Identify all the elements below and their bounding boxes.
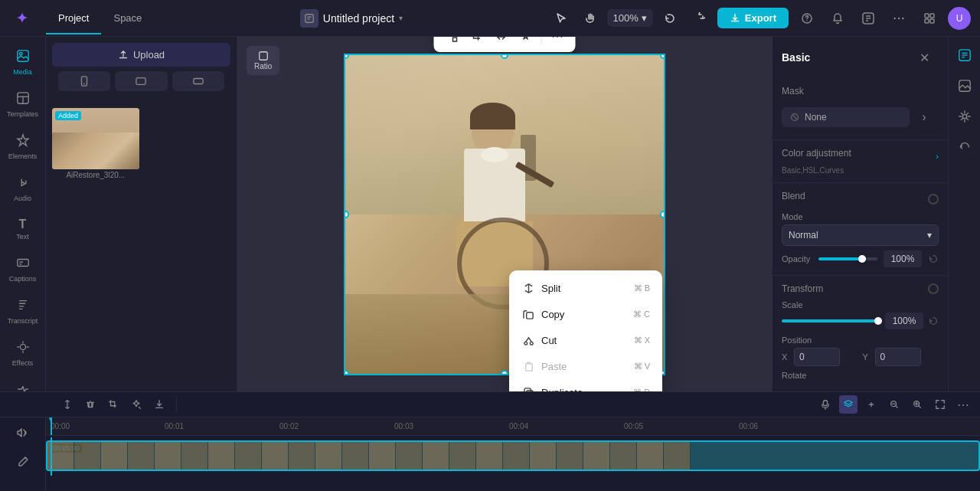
context-menu-item-paste[interactable]: Paste ⌘ V xyxy=(514,353,658,379)
upload-button[interactable]: Upload xyxy=(52,43,230,67)
timeline-ruler: 00:00 00:01 00:02 00:03 00:04 00:05 00:0… xyxy=(46,417,980,436)
timeline-crop-button[interactable] xyxy=(104,395,122,414)
pos-x-label: X xyxy=(782,352,791,362)
timeline-main: 00:00 00:01 00:02 00:03 00:04 00:05 00:0… xyxy=(46,417,980,491)
opacity-reset-icon[interactable] xyxy=(928,254,939,264)
timeline-layers-button[interactable] xyxy=(839,395,858,414)
mask-value-button[interactable]: None xyxy=(782,107,910,127)
timeline-delete-button[interactable] xyxy=(81,395,100,414)
sidebar-label-text: Text xyxy=(16,233,29,241)
timeline-clip[interactable]: 00:05:00 xyxy=(46,440,980,471)
opacity-value[interactable]: 100% xyxy=(884,250,922,267)
tab-project[interactable]: Project xyxy=(46,8,101,28)
avatar[interactable]: U xyxy=(948,7,971,30)
share-button[interactable] xyxy=(856,6,880,31)
time-mark-2: 00:02 xyxy=(279,422,299,430)
basic-panel-icon[interactable] xyxy=(952,43,977,67)
context-menu-item-duplicate[interactable]: Duplicate ⌘ D xyxy=(514,379,658,391)
paste-label: Paste xyxy=(541,361,567,372)
fit-button[interactable] xyxy=(442,37,463,47)
more-canvas-button[interactable]: ⋯ xyxy=(547,37,568,47)
sidebar-label-transcript: Transcript xyxy=(8,317,38,325)
transform-header: Transform xyxy=(782,283,939,294)
pencil-button[interactable] xyxy=(11,450,35,474)
zoom-control[interactable]: 100% ▾ xyxy=(607,9,653,27)
project-name: Untitled project xyxy=(323,12,394,25)
sidebar-item-audio[interactable]: Audio xyxy=(3,169,43,208)
pos-y-input[interactable] xyxy=(875,348,921,366)
cursor-tool[interactable] xyxy=(549,6,573,31)
timeline-merge-button[interactable] xyxy=(862,395,880,414)
close-panel-button[interactable]: ✕ xyxy=(913,46,936,69)
context-menu-item-split[interactable]: Split ⌘ B xyxy=(514,275,658,301)
layout-button[interactable] xyxy=(917,6,942,31)
mask-row: None › xyxy=(782,103,939,132)
timeline-zoom-out-button[interactable] xyxy=(885,395,903,414)
opacity-slider[interactable] xyxy=(818,257,877,260)
mask-value: None xyxy=(805,112,827,123)
redo-button[interactable] xyxy=(687,6,711,31)
blend-toggle[interactable] xyxy=(928,194,939,205)
export-button[interactable]: Export xyxy=(717,8,789,28)
list-item[interactable]: Added AiRestore_3l20... xyxy=(52,108,139,181)
sidebar-item-transcript[interactable]: Transcript xyxy=(3,292,43,331)
time-mark-4: 00:04 xyxy=(509,422,528,430)
media-item-aiclip[interactable]: Added xyxy=(52,108,139,169)
sidebar-item-media[interactable]: Media xyxy=(3,43,43,82)
resize-handle-rm[interactable] xyxy=(660,211,665,218)
more-options-button[interactable]: ⋯ xyxy=(887,6,911,31)
scale-slider[interactable] xyxy=(782,319,880,322)
blend-mode-select[interactable]: Normal ▾ xyxy=(782,224,939,246)
project-name-area[interactable]: Untitled project ▾ xyxy=(300,9,403,28)
hand-tool[interactable] xyxy=(578,6,603,31)
tab-space[interactable]: Space xyxy=(101,8,154,28)
color-adj-link[interactable]: › xyxy=(936,152,939,161)
notifications-button[interactable] xyxy=(825,6,850,31)
resize-handle-tr[interactable] xyxy=(660,54,665,59)
sidebar-item-templates[interactable]: Templates xyxy=(3,85,43,124)
sidebar-item-elements[interactable]: Elements xyxy=(3,127,43,166)
help-button[interactable] xyxy=(795,6,819,31)
topbar-center: Untitled project ▾ xyxy=(160,9,542,28)
transform-toggle[interactable] xyxy=(928,283,939,294)
pos-x-field: X xyxy=(782,348,858,366)
svg-rect-31 xyxy=(194,79,203,84)
svg-rect-10 xyxy=(930,14,934,18)
scale-value[interactable]: 100% xyxy=(885,313,923,329)
ratio-button[interactable]: Ratio xyxy=(247,46,279,75)
timeline-zoom-in-button[interactable] xyxy=(908,395,926,414)
timeline-fullscreen-button[interactable] xyxy=(931,395,949,414)
topbar-right: Export ⋯ U xyxy=(717,6,971,31)
sidebar-item-effects[interactable]: Effects xyxy=(3,334,43,373)
sidebar-item-text[interactable]: T Text xyxy=(3,211,43,247)
split-shortcut: ⌘ B xyxy=(634,283,650,293)
timeline-more-button[interactable]: ⋯ xyxy=(954,395,972,414)
effects-canvas-button[interactable] xyxy=(515,37,537,47)
background-panel-icon[interactable] xyxy=(952,74,977,98)
context-menu-item-cut[interactable]: Cut ⌘ X xyxy=(514,327,658,353)
timeline-split-button[interactable] xyxy=(58,395,77,414)
smart-tools-icon[interactable] xyxy=(952,104,977,129)
color-adj-title: Color adjustment xyxy=(782,148,851,159)
timeline-wand-button[interactable] xyxy=(127,395,145,414)
transform-section: Transform Scale 100% Position X xyxy=(773,276,948,388)
widescreen-tab[interactable] xyxy=(172,71,224,91)
mask-expand-button[interactable]: › xyxy=(913,106,936,129)
volume-button[interactable] xyxy=(11,421,35,445)
timeline-mic-button[interactable] xyxy=(816,395,835,414)
undo-button[interactable] xyxy=(658,6,682,31)
pos-x-input[interactable] xyxy=(794,348,840,366)
flip-button[interactable] xyxy=(491,37,512,47)
animations-icon[interactable] xyxy=(952,135,977,159)
left-sidebar: Media Templates Elements Audio T Text xyxy=(0,37,46,391)
scale-reset-icon[interactable] xyxy=(928,316,939,326)
context-menu-item-copy[interactable]: Copy ⌘ C xyxy=(514,301,658,327)
crop-button[interactable] xyxy=(466,37,488,47)
resize-handle-bm[interactable] xyxy=(501,370,508,375)
mobile-tab[interactable] xyxy=(58,71,110,91)
sidebar-item-captions[interactable]: Captions xyxy=(3,250,43,289)
pos-y-label: Y xyxy=(863,352,872,362)
timeline-download-button[interactable] xyxy=(150,395,168,414)
landscape-tab[interactable] xyxy=(115,71,167,91)
sidebar-item-transitions[interactable]: Transitions xyxy=(3,376,43,391)
